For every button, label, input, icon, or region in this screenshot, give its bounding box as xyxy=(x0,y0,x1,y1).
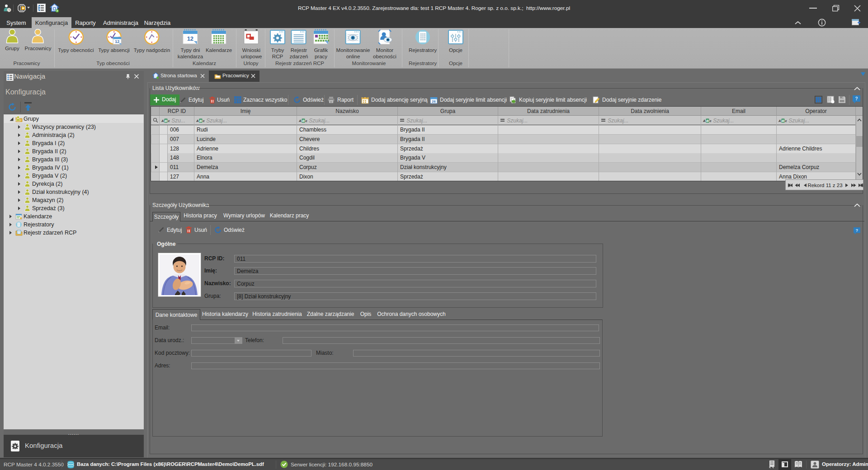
svg-text:?: ? xyxy=(856,228,858,233)
svg-text:12: 12 xyxy=(115,39,119,44)
svg-text:12: 12 xyxy=(187,35,193,42)
